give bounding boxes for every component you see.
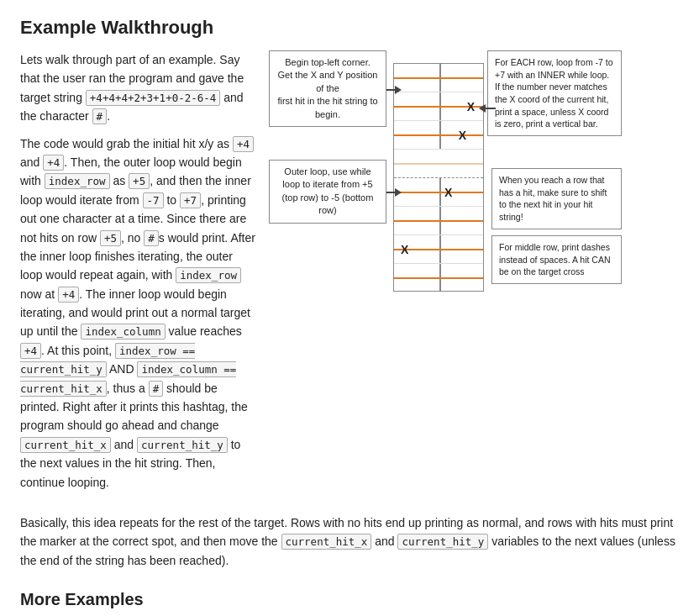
para3: Basically, this idea repeats for the res… <box>20 513 679 570</box>
grid-row-8 <box>394 264 483 292</box>
callout-topright: For EACH row, loop from -7 to +7 with an… <box>487 50 622 136</box>
walkthrough-text: Lets walk through part of an example. Sa… <box>20 50 255 500</box>
grid-row-5: X <box>394 178 483 207</box>
arrow-topleft <box>386 89 397 91</box>
arrow-topright <box>484 108 496 109</box>
arrow-middle <box>386 192 397 193</box>
para1: Lets walk through part of an example. Sa… <box>20 50 255 126</box>
target-string-code: +4+4+4+2+3+1+0-2-6-4 <box>86 90 221 106</box>
callout-topleft: Begin top-left corner.Get the X and Y po… <box>269 50 386 127</box>
callout-middle: Outer loop, use while loop to iterate fr… <box>269 160 386 224</box>
grid-row-dashed <box>394 150 483 178</box>
grid-row-3: X <box>394 121 483 150</box>
more-examples-title: More Examples <box>20 590 679 609</box>
grid-row-2: X <box>394 92 483 121</box>
diagram-grid: X X X <box>393 63 484 292</box>
grid-row-1 <box>394 64 483 92</box>
callout-dashes: For middle row, print dashes instead of … <box>491 235 622 284</box>
grid-row-7: X <box>394 235 483 264</box>
diagram-container: Begin top-left corner.Get the X and Y po… <box>269 50 622 311</box>
char-code: # <box>92 108 108 124</box>
diagram: Begin top-left corner.Get the X and Y po… <box>269 50 679 500</box>
grid-row-6 <box>394 207 483 235</box>
page-title: Example Walkthrough <box>20 17 679 39</box>
para2: The code would grab the initial hit x/y … <box>20 134 255 492</box>
callout-next-hit: When you reach a row that has a hit, mak… <box>491 168 622 229</box>
